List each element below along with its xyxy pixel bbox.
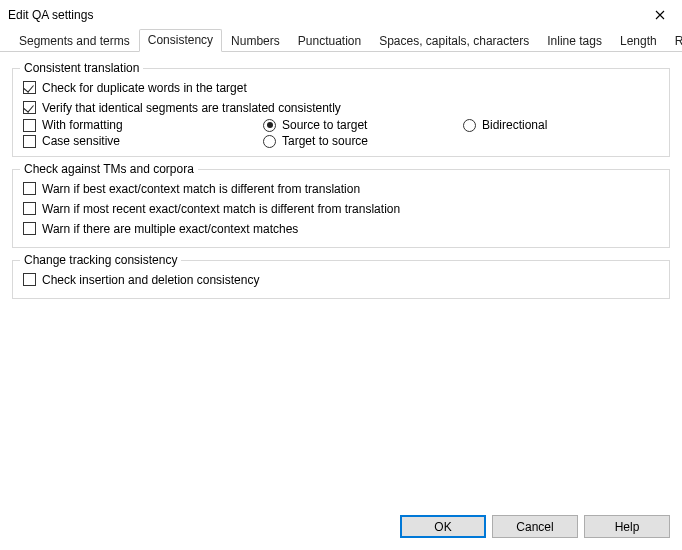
checkbox-label: Verify that identical segments are trans… <box>42 101 341 115</box>
checkbox-label: Check insertion and deletion consistency <box>42 273 259 287</box>
tab-regex[interactable]: Regex <box>666 30 682 52</box>
close-icon <box>655 10 665 20</box>
tab-inline-tags[interactable]: Inline tags <box>538 30 611 52</box>
checkbox-icon <box>23 135 36 148</box>
radio-icon <box>263 119 276 132</box>
window-title: Edit QA settings <box>8 8 93 22</box>
dialog-window: Edit QA settings Segments and terms Cons… <box>0 0 682 550</box>
radio-icon <box>263 135 276 148</box>
group-change-tracking: Change tracking consistency Check insert… <box>12 260 670 299</box>
help-button[interactable]: Help <box>584 515 670 538</box>
group-legend: Consistent translation <box>20 61 143 75</box>
radio-label: Bidirectional <box>482 118 547 132</box>
titlebar: Edit QA settings <box>0 0 682 30</box>
checkbox-icon <box>23 182 36 195</box>
checkbox-icon <box>23 101 36 114</box>
tab-spaces-capitals-characters[interactable]: Spaces, capitals, characters <box>370 30 538 52</box>
close-button[interactable] <box>637 0 682 30</box>
checkbox-label: Warn if most recent exact/context match … <box>42 202 400 216</box>
tab-content: Consistent translation Check for duplica… <box>0 52 682 507</box>
tab-segments-and-terms[interactable]: Segments and terms <box>10 30 139 52</box>
tab-punctuation[interactable]: Punctuation <box>289 30 370 52</box>
checkbox-icon <box>23 222 36 235</box>
radio-icon <box>463 119 476 132</box>
radio-target-to-source[interactable]: Target to source <box>263 134 463 148</box>
group-legend: Change tracking consistency <box>20 253 181 267</box>
checkbox-icon <box>23 202 36 215</box>
check-insertion-deletion[interactable]: Check insertion and deletion consistency <box>23 273 259 287</box>
radio-bidirectional[interactable]: Bidirectional <box>463 118 659 132</box>
with-formatting[interactable]: With formatting <box>23 118 263 132</box>
checkbox-icon <box>23 81 36 94</box>
tab-length[interactable]: Length <box>611 30 666 52</box>
group-legend: Check against TMs and corpora <box>20 162 198 176</box>
group-check-tm-corpora: Check against TMs and corpora Warn if be… <box>12 169 670 248</box>
radio-label: Target to source <box>282 134 368 148</box>
tabstrip: Segments and terms Consistency Numbers P… <box>0 30 682 52</box>
warn-best-match[interactable]: Warn if best exact/context match is diff… <box>23 182 360 196</box>
group-consistent-translation: Consistent translation Check for duplica… <box>12 68 670 157</box>
check-duplicate-words[interactable]: Check for duplicate words in the target <box>23 81 247 95</box>
checkbox-icon <box>23 273 36 286</box>
checkbox-label: Case sensitive <box>42 134 120 148</box>
checkbox-label: Warn if there are multiple exact/context… <box>42 222 298 236</box>
tab-numbers[interactable]: Numbers <box>222 30 289 52</box>
checkbox-label: Warn if best exact/context match is diff… <box>42 182 360 196</box>
tab-consistency[interactable]: Consistency <box>139 29 222 52</box>
case-sensitive[interactable]: Case sensitive <box>23 134 263 148</box>
checkbox-label: With formatting <box>42 118 123 132</box>
button-bar: OK Cancel Help <box>0 507 682 550</box>
checkbox-label: Check for duplicate words in the target <box>42 81 247 95</box>
warn-recent-match[interactable]: Warn if most recent exact/context match … <box>23 202 400 216</box>
ok-button[interactable]: OK <box>400 515 486 538</box>
warn-multiple-matches[interactable]: Warn if there are multiple exact/context… <box>23 222 298 236</box>
radio-label: Source to target <box>282 118 367 132</box>
checkbox-icon <box>23 119 36 132</box>
cancel-button[interactable]: Cancel <box>492 515 578 538</box>
radio-source-to-target[interactable]: Source to target <box>263 118 463 132</box>
verify-identical-segments[interactable]: Verify that identical segments are trans… <box>23 101 341 115</box>
